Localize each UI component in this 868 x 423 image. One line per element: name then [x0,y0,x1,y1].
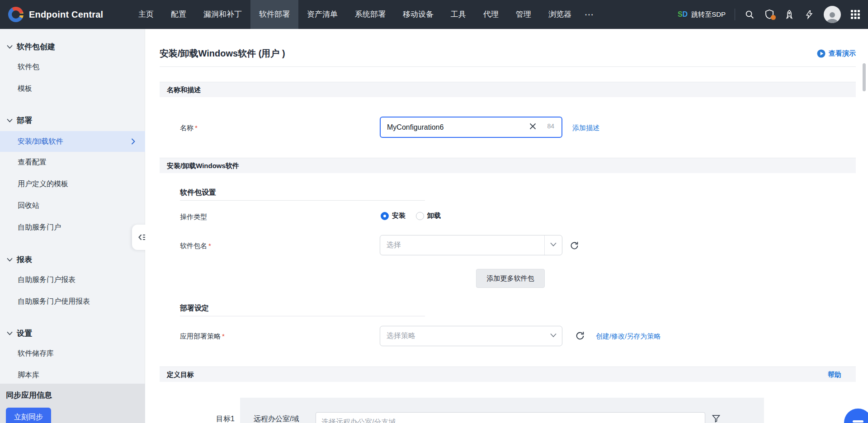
sidebar: 软件包创建 软件包 模板 部署 安装/卸载软件 查看配置 用户定义的模板 回收站… [0,29,145,423]
remote-office-placeholder: 选择远程办公室/分支域 [321,418,396,423]
jump-to-sdp-label: 跳转至SDP [691,10,726,19]
create-modify-policy-link[interactable]: 创建/修改/另存为策略 [596,331,660,341]
uninstall-radio[interactable] [416,212,424,220]
nav-item-os-deployment[interactable]: 系统部署 [346,0,394,29]
operation-type-radio-group: 安装 卸载 [381,212,441,220]
policy-select-placeholder: 选择策略 [387,331,415,341]
section-title-label: 部署 [17,115,32,126]
section-header-install-uninstall: 安装/卸载Windows软件 [160,158,856,173]
package-select[interactable]: 选择 [380,235,562,255]
sidebar-item-software-repository[interactable]: 软件储存库 [18,347,54,360]
nav-more-icon[interactable]: ⋯ [580,0,599,29]
chat-minimized-icon [853,420,863,423]
char-count: 84 [547,122,554,130]
remote-office-label: 远程办公室/域 [254,414,299,423]
required-mark: * [195,124,198,132]
divider [544,235,545,255]
nav-item-browsers[interactable]: 浏览器 [540,0,580,29]
nav-item-admin[interactable]: 管理 [507,0,540,29]
sidebar-item-ssp-reports[interactable]: 自助服务门户报表 [18,273,75,286]
required-mark: * [222,332,225,340]
endpoint-central-logo-icon [8,7,24,22]
sidebar-item-user-defined-templates[interactable]: 用户定义的模板 [18,178,68,190]
section-header-define-target: 定义目标 帮助 [160,367,856,382]
view-demo-link[interactable]: 查看演示 [817,49,856,58]
install-radio-label: 安装 [392,212,406,220]
section-title-label: 设置 [17,328,32,338]
play-icon [817,49,826,58]
sidebar-item-view-configurations[interactable]: 查看配置 [18,156,47,169]
name-input-wrap: 84 [380,117,562,138]
nav-item-software-deployment[interactable]: 软件部署 [250,0,298,29]
operation-type-label: 操作类型 [180,212,207,222]
sidebar-item-self-service-portal[interactable]: 自助服务门户 [18,221,61,234]
chevron-right-icon [131,138,135,145]
deployment-policy-label: 应用部署策略* [180,331,225,341]
sidebar-item-script-repository[interactable]: 脚本库 [18,369,39,381]
clear-input-icon[interactable] [529,123,536,132]
nav-item-tools[interactable]: 工具 [442,0,475,29]
top-navbar: Endpoint Central 主页 配置 漏洞和补丁 软件部署 资产清单 系… [0,0,868,29]
sidebar-section-deployment[interactable]: 部署 [7,114,32,126]
user-avatar[interactable] [824,6,841,23]
scrollbar-thumb[interactable] [863,63,866,91]
notification-badge [771,15,776,20]
sidebar-item-trash[interactable]: 回收站 [18,199,39,212]
add-description-link[interactable]: 添加描述 [572,123,599,133]
policy-select[interactable]: 选择策略 [380,326,562,346]
sync-app-info-title: 同步应用信息 [6,390,52,400]
sidebar-section-package-creation[interactable]: 软件包创建 [7,41,55,52]
chevron-down-icon [7,258,13,262]
app-window: Endpoint Central 主页 配置 漏洞和补丁 软件部署 资产清单 系… [0,0,868,423]
sidebar-section-reports[interactable]: 报表 [7,254,32,265]
navbar-right-cluster: SD 跳转至SDP [678,0,861,29]
deploy-settings-title: 部署设定 [180,304,209,313]
chevron-down-icon [7,45,13,49]
sidebar-item-packages[interactable]: 软件包 [18,61,39,73]
divider [735,9,735,20]
target-1-label: 目标1 [216,414,235,423]
nav-item-home[interactable]: 主页 [130,0,162,29]
refresh-packages-icon[interactable] [570,241,580,251]
nav-item-inventory[interactable]: 资产清单 [298,0,346,29]
section-header-name-description: 名称和描述 [160,82,856,97]
package-name-label: 软件包名* [180,241,211,251]
remote-office-select[interactable]: 选择远程办公室/分支域 [316,412,705,423]
sync-app-info-block: 同步应用信息 立刻同步 [0,384,145,423]
nav-item-threats-patches[interactable]: 漏洞和补丁 [195,0,250,29]
refresh-policy-icon[interactable] [575,331,585,341]
filter-funnel-icon[interactable] [712,414,722,423]
lightning-icon[interactable] [804,9,815,20]
main-menu: 主页 配置 漏洞和补丁 软件部署 资产清单 系统部署 移动设备 工具 代理 管理… [130,0,599,29]
sidebar-section-settings[interactable]: 设置 [7,327,32,339]
sidebar-item-templates[interactable]: 模板 [18,82,32,95]
chevron-down-icon [7,331,13,335]
section-title-label: 软件包创建 [17,42,55,52]
help-link[interactable]: 帮助 [828,367,841,382]
apps-grid-icon[interactable] [850,9,861,20]
main-content: 安装/卸载Windows软件 (用户 ) 查看演示 名称和描述 名称* 84 添… [145,29,868,423]
jump-to-sdp-link[interactable]: SD 跳转至SDP [678,10,726,19]
search-icon[interactable] [744,9,755,20]
nav-item-configurations[interactable]: 配置 [162,0,195,29]
rocket-icon[interactable] [784,9,795,20]
section-title-label: 报表 [17,254,32,265]
add-more-packages-button[interactable]: 添加更多软件包 [476,269,545,288]
sidebar-item-ssp-usage-reports[interactable]: 自助服务门户使用报表 [18,295,90,308]
divider [160,66,856,67]
divider [180,316,425,316]
sync-now-button[interactable]: 立刻同步 [6,408,51,423]
package-settings-title: 软件包设置 [180,188,216,197]
nav-item-mobile-devices[interactable]: 移动设备 [394,0,442,29]
brand-name: Endpoint Central [29,9,103,20]
chevron-down-icon [7,118,13,122]
security-shield-icon[interactable] [764,9,775,20]
sidebar-item-install-uninstall-software[interactable]: 安装/卸载软件 [0,131,145,152]
chevron-down-icon [550,333,557,338]
brand[interactable]: Endpoint Central [8,0,103,29]
divider [180,200,425,201]
chevron-down-icon [550,242,557,247]
install-radio[interactable] [381,212,389,220]
page-title: 安装/卸载Windows软件 (用户 ) [160,47,285,60]
nav-item-agent[interactable]: 代理 [475,0,507,29]
